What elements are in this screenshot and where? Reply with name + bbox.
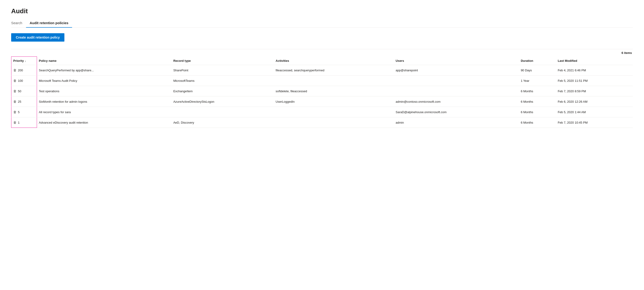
col-header-activities[interactable]: Activities — [274, 57, 394, 65]
cell-record-type: AzureActiveDirectoryStsLogon — [171, 96, 274, 107]
delete-icon[interactable]: 🗑 — [13, 68, 16, 72]
items-count: 6 items — [11, 51, 633, 55]
cell-activities: UserLoggedIn — [274, 96, 394, 107]
cell-users: SaraD@alpinehouse.onmicrosoft.com — [394, 107, 519, 117]
page-title: Audit — [11, 7, 633, 15]
cell-record-type: SharePoint — [171, 65, 274, 75]
tab-search[interactable]: Search — [11, 18, 26, 28]
audit-policies-table: Priority ↓ Policy name Record type Activ… — [11, 56, 633, 128]
cell-record-type: MicrosoftTeams — [171, 75, 274, 86]
priority-value: 5 — [18, 110, 20, 114]
cell-policy-name: Microsoft Teams Audit Policy — [37, 75, 172, 86]
priority-value: 50 — [18, 89, 21, 93]
cell-priority: 🗑 50 — [12, 86, 37, 96]
priority-value: 200 — [18, 68, 23, 72]
cell-policy-name: Advanced eDiscovery audit retention — [37, 117, 172, 128]
cell-duration: 6 Months — [519, 96, 556, 107]
cell-activities: softdelete, fileaccessed — [274, 86, 394, 96]
table-row: 🗑 5 All record types for saraSaraD@alpin… — [12, 107, 633, 117]
delete-icon[interactable]: 🗑 — [13, 89, 16, 93]
table-header-row: Priority ↓ Policy name Record type Activ… — [12, 57, 633, 65]
cell-record-type — [171, 107, 274, 117]
sort-arrow-icon: ↓ — [25, 59, 26, 62]
table-row: 🗑 1 Advanced eDiscovery audit retentionA… — [12, 117, 633, 128]
col-header-users[interactable]: Users — [394, 57, 519, 65]
cell-last-modified: Feb 7, 2020 8:59 PM — [556, 86, 633, 96]
cell-duration: 6 Months — [519, 86, 556, 96]
cell-last-modified: Feb 4, 2021 6:46 PM — [556, 65, 633, 75]
cell-activities — [274, 75, 394, 86]
cell-duration: 1 Year — [519, 75, 556, 86]
cell-last-modified: Feb 6, 2020 12:26 AM — [556, 96, 633, 107]
cell-last-modified: Feb 5, 2020 11:51 PM — [556, 75, 633, 86]
cell-duration: 90 Days — [519, 65, 556, 75]
divider — [11, 49, 633, 49]
cell-last-modified: Feb 7, 2020 10:45 PM — [556, 117, 633, 128]
table-row: 🗑 25 SixMonth retention for admin logons… — [12, 96, 633, 107]
cell-priority: 🗑 1 — [12, 117, 37, 128]
table-row: 🗑 50 Test operationsExchangeItemsoftdele… — [12, 86, 633, 96]
table-row: 🗑 100 Microsoft Teams Audit PolicyMicros… — [12, 75, 633, 86]
col-header-last-modified[interactable]: Last Modified — [556, 57, 633, 65]
cell-duration: 6 Months — [519, 107, 556, 117]
cell-policy-name: SixMonth retention for admin logons — [37, 96, 172, 107]
cell-activities: fileaccessed, searchqueryperformed — [274, 65, 394, 75]
priority-value: 25 — [18, 100, 21, 103]
col-header-duration[interactable]: Duration — [519, 57, 556, 65]
cell-users — [394, 86, 519, 96]
col-header-policy-name[interactable]: Policy name — [37, 57, 172, 65]
cell-policy-name: All record types for sara — [37, 107, 172, 117]
priority-value: 1 — [18, 121, 20, 124]
cell-users — [394, 75, 519, 86]
cell-users: app@sharepoint — [394, 65, 519, 75]
cell-users: admin — [394, 117, 519, 128]
cell-record-type: ExchangeItem — [171, 86, 274, 96]
cell-duration: 6 Months — [519, 117, 556, 128]
cell-record-type: AeD, Discovery — [171, 117, 274, 128]
col-header-priority[interactable]: Priority ↓ — [12, 57, 37, 65]
cell-last-modified: Feb 5, 2020 1:44 AM — [556, 107, 633, 117]
delete-icon[interactable]: 🗑 — [13, 121, 16, 124]
cell-priority: 🗑 25 — [12, 96, 37, 107]
table-row: 🗑 200 SearchQueryPerformed by app@share.… — [12, 65, 633, 75]
delete-icon[interactable]: 🗑 — [13, 100, 16, 103]
tab-audit-retention[interactable]: Audit retention policies — [26, 18, 72, 28]
cell-policy-name: Test operations — [37, 86, 172, 96]
create-audit-retention-policy-button[interactable]: Create audit retention policy — [11, 33, 64, 42]
tabs-bar: Search Audit retention policies — [11, 18, 633, 28]
priority-value: 100 — [18, 79, 23, 82]
col-header-record-type[interactable]: Record type — [171, 57, 274, 65]
cell-activities — [274, 117, 394, 128]
cell-users: admin@contoso.onmicrosoft.com — [394, 96, 519, 107]
cell-priority: 🗑 100 — [12, 75, 37, 86]
delete-icon[interactable]: 🗑 — [13, 79, 16, 82]
page-container: Audit Search Audit retention policies Cr… — [0, 0, 644, 135]
cell-activities — [274, 107, 394, 117]
cell-policy-name: SearchQueryPerformed by app@share... — [37, 65, 172, 75]
delete-icon[interactable]: 🗑 — [13, 110, 16, 114]
cell-priority: 🗑 5 — [12, 107, 37, 117]
cell-priority: 🗑 200 — [12, 65, 37, 75]
